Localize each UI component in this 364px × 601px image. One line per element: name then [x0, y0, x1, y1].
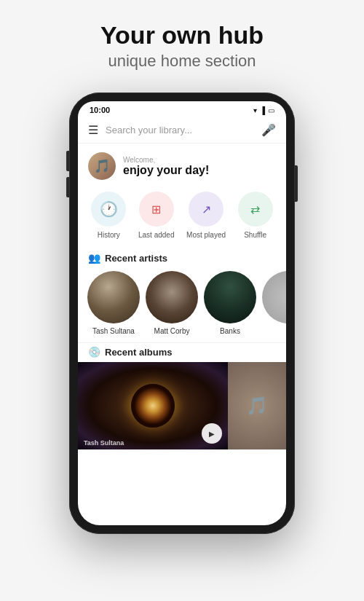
artist-avatar-matt: [146, 271, 198, 323]
side-button-volume-up: [66, 151, 69, 171]
side-button-power: [295, 165, 298, 202]
phone-screen: ☰ Search your library... 🎤 🎵 Welcome, en…: [78, 117, 286, 525]
artist-avatar-banks: [204, 271, 256, 323]
phone-mockup: 10:00 ▾ ▐ ▭ ☰ Search your library... 🎤 🎵…: [69, 93, 295, 534]
most-played-circle: ↗: [189, 192, 223, 227]
artist-item-matt[interactable]: Matt Corby: [146, 271, 197, 335]
album-thumb-secondary[interactable]: 🎵: [228, 362, 286, 449]
welcome-greeting: Welcome,: [123, 156, 209, 164]
quick-action-most-played[interactable]: ↗ Most played: [186, 192, 226, 239]
history-icon: 🕐: [100, 200, 118, 218]
status-time: 10:00: [90, 106, 110, 114]
welcome-message: enjoy your day!: [123, 164, 209, 177]
recent-albums-title: Recent albums: [105, 347, 172, 358]
last-added-label: Last added: [138, 231, 175, 239]
artist-item-tash[interactable]: Tash Sultana: [88, 271, 139, 335]
welcome-section: 🎵 Welcome, enjoy your day!: [78, 144, 286, 187]
side-button-volume-down: [66, 177, 69, 197]
recent-artists-header: 👥 Recent artists: [78, 246, 286, 268]
phone-outer: 10:00 ▾ ▐ ▭ ☰ Search your library... 🎤 🎵…: [69, 93, 295, 534]
album-strip: ▶ Tash Sultana 🎵: [78, 362, 286, 449]
artist-name-banks: Banks: [220, 327, 240, 335]
artist-name-tash: Tash Sultana: [92, 327, 135, 335]
recent-albums-header: 💿 Recent albums: [78, 342, 286, 362]
signal-icon: ▐: [260, 106, 265, 114]
history-label: History: [98, 231, 120, 239]
shuffle-icon: ⇄: [250, 203, 260, 216]
history-circle: 🕐: [91, 192, 126, 227]
most-played-icon: ↗: [202, 203, 211, 216]
quick-action-last-added[interactable]: ⊞ Last added: [138, 192, 175, 239]
artist-avatar-tash: [87, 271, 140, 323]
quick-action-history[interactable]: 🕐 History: [91, 192, 126, 239]
avatar: 🎵: [88, 152, 116, 180]
battery-icon: ▭: [268, 106, 274, 114]
recent-albums-icon: 💿: [88, 346, 100, 358]
recent-artists-icon: 👥: [88, 252, 100, 264]
artist-item-banks[interactable]: Banks: [205, 271, 256, 335]
recent-artists-title: Recent artists: [105, 253, 167, 264]
album-eye-visual: [131, 384, 175, 428]
artist-avatar-partial: [262, 271, 286, 323]
last-added-circle: ⊞: [139, 192, 174, 227]
status-bar: 10:00 ▾ ▐ ▭: [78, 101, 286, 117]
mic-icon[interactable]: 🎤: [261, 123, 276, 137]
quick-actions: 🕐 History ⊞ Last added ↗ Most played: [78, 187, 286, 246]
last-added-icon: ⊞: [151, 203, 161, 216]
welcome-text-block: Welcome, enjoy your day!: [123, 156, 209, 177]
most-played-label: Most played: [186, 231, 226, 239]
artist-name-matt: Matt Corby: [154, 327, 190, 335]
header-section: Your own hub unique home section: [0, 0, 364, 85]
wifi-icon: ▾: [253, 106, 257, 114]
sub-title: unique home section: [15, 52, 349, 71]
artist-item-partial[interactable]: [263, 271, 286, 335]
search-bar[interactable]: ☰ Search your library... 🎤: [78, 117, 286, 144]
quick-action-shuffle[interactable]: ⇄ Shuffle: [238, 192, 273, 239]
hamburger-icon[interactable]: ☰: [88, 123, 98, 137]
main-title: Your own hub: [15, 22, 349, 49]
artists-row: Tash Sultana Matt Corby Banks: [78, 268, 286, 342]
shuffle-label: Shuffle: [244, 231, 266, 239]
album-label-main: Tash Sultana: [84, 439, 124, 447]
album-thumb-main[interactable]: ▶ Tash Sultana: [78, 362, 228, 449]
search-input[interactable]: Search your library...: [106, 125, 261, 135]
status-icons: ▾ ▐ ▭: [253, 106, 274, 114]
shuffle-circle: ⇄: [238, 192, 273, 227]
